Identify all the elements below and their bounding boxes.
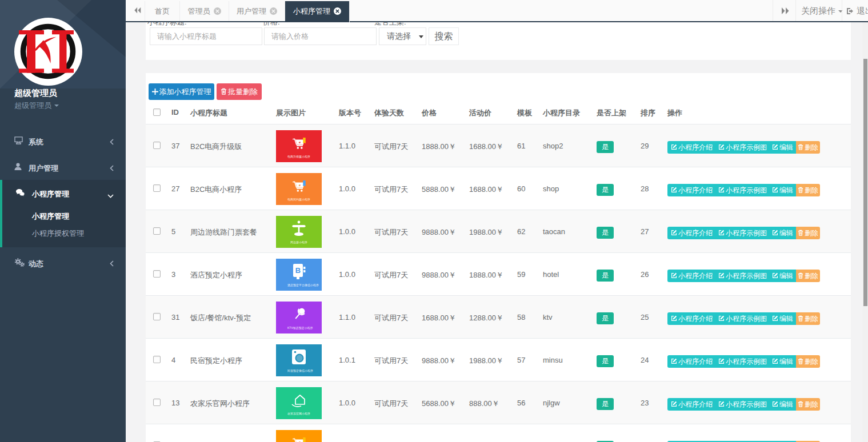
- svg-text:B: B: [295, 266, 301, 275]
- svg-text:e: e: [299, 140, 301, 144]
- svg-text:e: e: [299, 183, 301, 187]
- svg-text:e: e: [299, 440, 301, 442]
